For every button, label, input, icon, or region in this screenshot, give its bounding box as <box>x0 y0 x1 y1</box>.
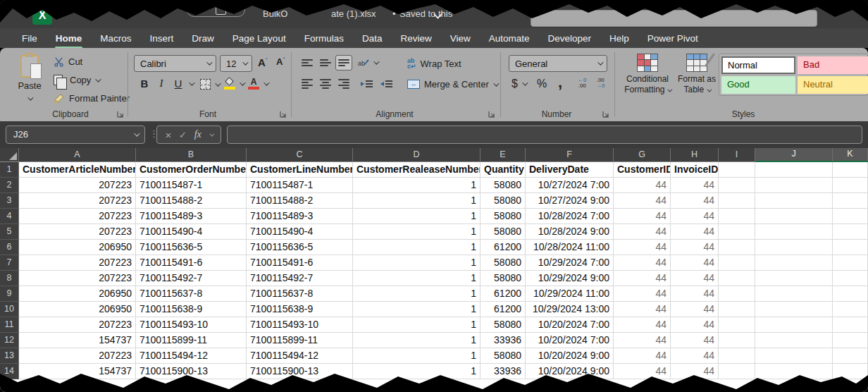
increase-font-button[interactable]: Aˆ <box>258 56 268 68</box>
cell-I12[interactable] <box>719 333 755 348</box>
cell-B7[interactable]: 7100115491-6 <box>136 255 247 271</box>
cell-K14[interactable] <box>833 364 868 379</box>
column-header-I[interactable]: I <box>719 148 755 162</box>
cell-E12[interactable]: 33936 <box>480 333 526 348</box>
cell-D3[interactable]: 1 <box>353 193 480 209</box>
fill-color-button[interactable] <box>224 78 244 90</box>
cell-J10[interactable] <box>755 302 833 317</box>
cell-H3[interactable]: 44 <box>671 193 719 209</box>
cell-G10[interactable]: 44 <box>614 302 671 317</box>
cell-C8[interactable]: 7100115492-7 <box>247 271 353 286</box>
cell-C1[interactable]: CustomerLineNumber <box>247 162 353 178</box>
row-header-5[interactable]: 5 <box>0 224 19 240</box>
cell-G4[interactable]: 44 <box>614 209 671 224</box>
row-header-1[interactable]: 1 <box>0 162 19 178</box>
column-header-C[interactable]: C <box>247 148 353 162</box>
align-middle-button[interactable] <box>317 55 334 71</box>
cell-D1[interactable]: CustomerRealeaseNumber <box>353 162 480 178</box>
increase-decimal-button[interactable]: ←0.00 <box>578 78 586 89</box>
ribbon-tab-view[interactable]: View <box>441 30 480 47</box>
cell-H12[interactable]: 44 <box>671 333 719 348</box>
cell-J13[interactable] <box>755 348 833 364</box>
cell-G1[interactable]: CustomerID <box>614 162 671 178</box>
cell-I14[interactable] <box>719 364 755 379</box>
cell-I2[interactable] <box>719 178 755 193</box>
decrease-decimal-button[interactable]: .00→0 <box>596 78 604 89</box>
cell-J6[interactable] <box>755 240 833 255</box>
column-header-E[interactable]: E <box>480 148 526 162</box>
column-header-D[interactable]: D <box>353 148 480 162</box>
row-header-13[interactable]: 13 <box>0 348 19 364</box>
ribbon-tab-formulas[interactable]: Formulas <box>295 30 353 47</box>
cell-C11[interactable]: 7100115493-10 <box>247 317 353 333</box>
cell-G6[interactable]: 44 <box>614 240 671 255</box>
comma-format-button[interactable]: , <box>558 73 562 92</box>
orientation-button[interactable]: ab <box>358 58 378 68</box>
cell-style-bad[interactable]: Bad <box>798 56 868 74</box>
cell-K13[interactable] <box>833 348 868 364</box>
cell-B11[interactable]: 7100115493-10 <box>136 317 247 333</box>
cell-D7[interactable]: 1 <box>353 255 480 271</box>
cell-J9[interactable] <box>755 286 833 302</box>
row-header-10[interactable]: 10 <box>0 302 19 317</box>
cell-A2[interactable]: 207223 <box>19 178 136 193</box>
align-left-button[interactable] <box>299 76 316 92</box>
cell-D4[interactable]: 1 <box>353 209 480 224</box>
align-top-button[interactable] <box>299 55 316 71</box>
cell-K7[interactable] <box>833 255 868 271</box>
copy-button[interactable]: Copy <box>54 75 99 85</box>
cell-E9[interactable]: 61200 <box>480 286 526 302</box>
cell-C13[interactable]: 7100115494-12 <box>247 348 353 364</box>
cell-G2[interactable]: 44 <box>614 178 671 193</box>
cell-C10[interactable]: 7100115638-9 <box>247 302 353 317</box>
font-color-button[interactable]: A <box>248 78 268 90</box>
cell-K1[interactable] <box>833 162 868 178</box>
cell-J4[interactable] <box>755 209 833 224</box>
cell-A9[interactable]: 206950 <box>19 286 136 302</box>
ribbon-tab-insert[interactable]: Insert <box>141 30 183 47</box>
cell-B8[interactable]: 7100115492-7 <box>136 271 247 286</box>
cell-style-neutral[interactable]: Neutral <box>798 76 868 94</box>
cell-F10[interactable]: 10/29/2024 13:00 <box>526 302 614 317</box>
cell-J12[interactable] <box>755 333 833 348</box>
select-all-button[interactable] <box>0 148 19 162</box>
conditional-formatting-button[interactable]: Conditional Formatting <box>620 54 675 95</box>
row-header-7[interactable]: 7 <box>0 255 19 271</box>
cell-K12[interactable] <box>833 333 868 348</box>
cell-C7[interactable]: 7100115491-6 <box>247 255 353 271</box>
cell-F14[interactable]: 10/20/2024 9:00 <box>526 364 614 379</box>
align-right-button[interactable] <box>335 76 352 92</box>
cell-K9[interactable] <box>833 286 868 302</box>
cell-F7[interactable]: 10/29/2024 7:00 <box>526 255 614 271</box>
cell-I6[interactable] <box>719 240 755 255</box>
column-header-J[interactable]: J <box>755 148 833 162</box>
column-header-G[interactable]: G <box>614 148 671 162</box>
ribbon-tab-power-pivot[interactable]: Power Pivot <box>638 30 707 47</box>
cell-F9[interactable]: 10/29/2024 11:00 <box>526 286 614 302</box>
cell-H13[interactable]: 44 <box>671 348 719 364</box>
cell-A6[interactable]: 206950 <box>19 240 136 255</box>
row-header-2[interactable]: 2 <box>0 178 19 193</box>
cell-K11[interactable] <box>833 317 868 333</box>
cell-H1[interactable]: InvoiceID <box>671 162 719 178</box>
font-size-select[interactable]: 12 <box>220 55 252 72</box>
cell-I13[interactable] <box>719 348 755 364</box>
column-header-B[interactable]: B <box>136 148 247 162</box>
cell-H6[interactable]: 44 <box>671 240 719 255</box>
cell-H2[interactable]: 44 <box>671 178 719 193</box>
cell-G8[interactable]: 44 <box>614 271 671 286</box>
cell-C6[interactable]: 7100115636-5 <box>247 240 353 255</box>
cell-D10[interactable]: 1 <box>353 302 480 317</box>
cell-H7[interactable]: 44 <box>671 255 719 271</box>
cell-E8[interactable]: 58080 <box>480 271 526 286</box>
cell-C12[interactable]: 7100115899-11 <box>247 333 353 348</box>
cell-E1[interactable]: Quantity <box>480 162 526 178</box>
cell-H10[interactable]: 44 <box>671 302 719 317</box>
cell-B13[interactable]: 7100115494-12 <box>136 348 247 364</box>
cell-H9[interactable]: 44 <box>671 286 719 302</box>
insert-function-button[interactable]: fx <box>194 129 202 140</box>
cell-E10[interactable]: 61200 <box>480 302 526 317</box>
cell-I1[interactable] <box>719 162 755 178</box>
cell-D2[interactable]: 1 <box>353 178 480 193</box>
cell-G12[interactable]: 44 <box>614 333 671 348</box>
